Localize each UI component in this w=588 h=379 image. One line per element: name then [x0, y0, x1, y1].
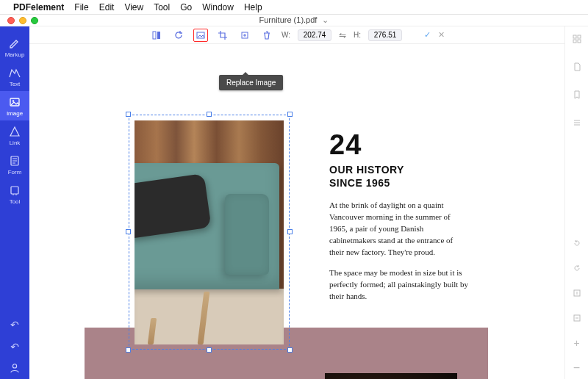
- bookmark-icon[interactable]: [572, 90, 582, 100]
- thumbnails-icon[interactable]: [572, 34, 582, 44]
- text-icon: [8, 66, 21, 79]
- outline-icon[interactable]: [572, 118, 582, 128]
- resize-handle-n[interactable]: [207, 112, 212, 117]
- sidebar-bottom: ↶ ↷: [0, 319, 29, 379]
- tooltip-label: Replace Image: [226, 79, 276, 87]
- svg-point-4: [12, 364, 16, 368]
- extract-page-icon[interactable]: [572, 288, 582, 298]
- menu-app[interactable]: PDFelement: [13, 2, 64, 12]
- width-input[interactable]: [298, 29, 331, 41]
- sidebar-item-label: Image: [7, 110, 23, 117]
- user-icon[interactable]: [10, 363, 20, 373]
- height-input[interactable]: [368, 29, 402, 41]
- rotate-right-icon[interactable]: [572, 238, 582, 248]
- svg-rect-12: [578, 40, 581, 43]
- sidebar-item-text[interactable]: Text: [0, 62, 29, 91]
- menu-window[interactable]: Window: [202, 2, 234, 12]
- image-icon: [8, 95, 21, 109]
- resize-handle-s[interactable]: [207, 347, 212, 353]
- menu-go[interactable]: Go: [180, 2, 192, 12]
- editor-main: W: ⇋ H: ✓ ✕ Replace Image 26 HYGGE-CENTR…: [29, 26, 564, 379]
- delete-icon[interactable]: [259, 29, 274, 42]
- window-titlebar: Furniture (1).pdf ⌄: [0, 15, 588, 26]
- article-paragraph-1: At the brink of daylight on a quaint Van…: [329, 200, 469, 259]
- page-icon[interactable]: [572, 62, 582, 72]
- sidebar-item-link[interactable]: Link: [0, 120, 29, 150]
- flip-icon[interactable]: [149, 29, 164, 42]
- sidebar-item-markup[interactable]: Markup: [0, 32, 29, 62]
- svg-rect-3: [11, 187, 18, 194]
- cancel-icon[interactable]: ✕: [438, 30, 445, 40]
- svg-rect-5: [153, 32, 156, 39]
- redo-icon[interactable]: ↷: [10, 341, 19, 353]
- svg-rect-11: [573, 40, 576, 43]
- article-paragraph-2: The space may be modest in size but it i…: [329, 267, 469, 303]
- chevron-down-icon: ⌄: [322, 15, 329, 24]
- sidebar-item-image[interactable]: Image: [0, 91, 29, 120]
- document-title[interactable]: Furniture (1).pdf ⌄: [0, 15, 588, 25]
- menu-view[interactable]: View: [124, 2, 143, 12]
- sidebar-item-label: Tool: [10, 198, 21, 205]
- rotate-icon[interactable]: [171, 29, 186, 42]
- rotate-left-icon[interactable]: [572, 263, 582, 273]
- svg-rect-9: [573, 35, 576, 38]
- resize-handle-e[interactable]: [287, 229, 293, 234]
- resize-handle-ne[interactable]: [287, 112, 293, 117]
- left-sidebar: Markup Text Image Link: [0, 26, 29, 379]
- height-label: H:: [354, 31, 361, 39]
- replace-image-button[interactable]: [193, 29, 208, 42]
- band-photo: [325, 373, 457, 379]
- sidebar-item-form[interactable]: Form: [0, 150, 29, 179]
- width-label: W:: [282, 31, 290, 39]
- resize-handle-sw[interactable]: [126, 347, 131, 353]
- add-page-icon[interactable]: +: [572, 338, 582, 348]
- menu-help[interactable]: Help: [244, 2, 262, 12]
- document-canvas[interactable]: 26 HYGGE-CENTRIC: [29, 44, 564, 379]
- undo-icon[interactable]: ↶: [10, 319, 19, 331]
- sidebar-item-label: Text: [10, 81, 21, 87]
- selected-image[interactable]: [129, 115, 290, 350]
- form-icon: [8, 154, 21, 167]
- confirm-icon[interactable]: ✓: [424, 30, 431, 40]
- link-icon: [8, 125, 21, 138]
- mac-menubar: PDFelement File Edit View Tool Go Window…: [0, 0, 588, 15]
- svg-rect-10: [578, 35, 581, 38]
- sidebar-item-label: Link: [10, 140, 21, 146]
- menu-edit[interactable]: Edit: [99, 2, 115, 12]
- sidebar-item-label: Form: [8, 169, 22, 176]
- extract-icon[interactable]: [237, 29, 252, 42]
- document-title-label: Furniture (1).pdf: [259, 15, 318, 24]
- replace-page-icon[interactable]: [572, 313, 582, 323]
- svg-rect-6: [157, 32, 160, 39]
- resize-handle-se[interactable]: [287, 347, 293, 353]
- right-sidebar: + −: [564, 26, 588, 379]
- article-headline: OUR HISTORY SINCE 1965: [329, 164, 469, 190]
- sidebar-item-label: Markup: [5, 51, 25, 58]
- image-content: [135, 120, 284, 344]
- crop-icon[interactable]: [215, 29, 230, 42]
- sidebar-item-tool[interactable]: Tool: [0, 179, 29, 209]
- delete-page-icon[interactable]: −: [572, 363, 582, 373]
- tool-icon: [8, 184, 21, 197]
- menu-tool[interactable]: Tool: [154, 2, 170, 12]
- link-aspect-icon[interactable]: ⇋: [339, 30, 346, 40]
- resize-handle-w[interactable]: [126, 229, 131, 234]
- headline-number: 24: [329, 129, 469, 161]
- tooltip-replace-image: Replace Image: [219, 75, 283, 90]
- menu-file[interactable]: File: [74, 2, 88, 12]
- image-context-toolbar: W: ⇋ H: ✓ ✕: [29, 26, 564, 44]
- resize-handle-nw[interactable]: [126, 112, 131, 117]
- article-column: 24 OUR HISTORY SINCE 1965 At the brink o…: [329, 129, 469, 311]
- pencil-icon: [8, 37, 21, 50]
